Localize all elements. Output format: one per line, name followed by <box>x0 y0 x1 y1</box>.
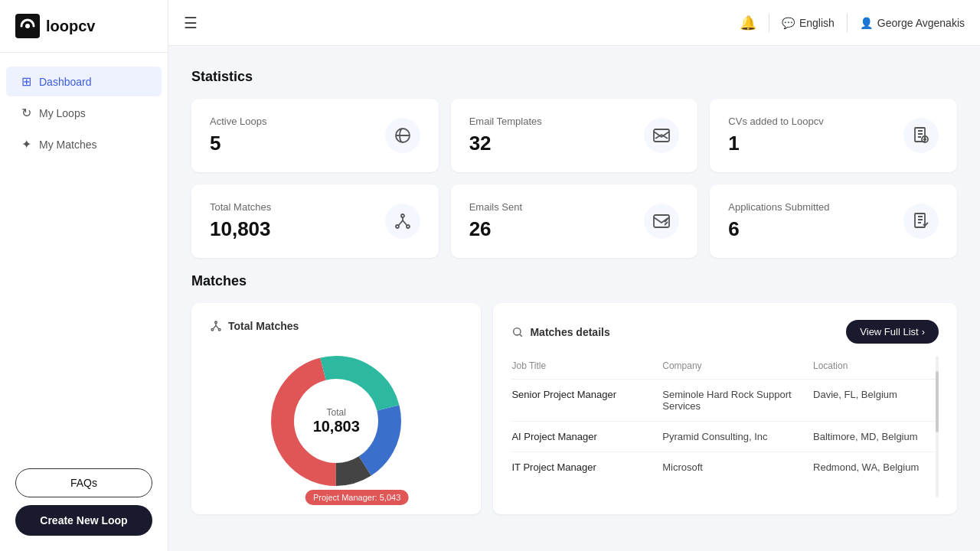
sidebar-bottom: FAQs Create New Loop <box>0 453 168 551</box>
chart-header: Total Matches <box>210 320 462 332</box>
total-matches-icon <box>385 204 420 239</box>
donut-container: Total 10,803 Project Manager: 5,043 <box>210 344 462 497</box>
stat-card-emails-sent: Emails Sent 26 <box>451 184 698 258</box>
stat-info: Total Matches 10,803 <box>210 201 271 241</box>
col-location: Location <box>813 360 939 371</box>
scrollbar-thumb[interactable] <box>936 371 939 432</box>
detail-search-icon <box>511 326 524 338</box>
row-company-0: Seminole Hard Rock Support Services <box>662 389 813 412</box>
logo-icon <box>15 14 40 38</box>
loops-icon: ↻ <box>21 106 31 120</box>
stat-info: Email Templates 32 <box>469 116 542 155</box>
user-menu-button[interactable]: 👤 George Avgenakis <box>860 17 965 29</box>
sidebar: loopcv ⊞ Dashboard ↻ My Loops ✦ My Match… <box>0 0 168 551</box>
stat-info: Applications Submitted 6 <box>728 201 829 241</box>
stat-value-emails-sent: 26 <box>469 217 522 241</box>
stat-label-cvs-added: CVs added to Loopcv <box>728 116 823 127</box>
topbar-left: ☰ <box>184 14 198 32</box>
svg-point-1 <box>25 24 30 28</box>
svg-point-5 <box>401 214 404 217</box>
detail-header-title: Matches details <box>530 326 609 338</box>
sidebar-item-my-matches-label: My Matches <box>39 139 96 151</box>
table-row: IT Project Manager Microsoft Redmond, WA… <box>511 452 939 482</box>
logo-text: loopcv <box>46 18 95 35</box>
row-location-1: Baltimore, MD, Belgium <box>813 431 939 442</box>
stat-info: Emails Sent 26 <box>469 201 522 241</box>
sidebar-item-dashboard[interactable]: ⊞ Dashboard <box>6 67 162 96</box>
row-job-0: Senior Project Manager <box>511 389 662 412</box>
stat-card-total-matches: Total Matches 10,803 <box>191 184 439 258</box>
stat-value-active-loops: 5 <box>210 132 266 155</box>
stat-value-applications-submitted: 6 <box>728 217 829 241</box>
svg-point-7 <box>407 225 410 228</box>
svg-point-10 <box>215 321 217 324</box>
scrollbar-track[interactable] <box>936 356 939 497</box>
col-company: Company <box>662 360 813 371</box>
stats-grid: Active Loops 5 Email Templates 32 <box>191 99 957 258</box>
stat-value-email-templates: 32 <box>469 132 542 155</box>
stat-card-email-templates: Email Templates 32 <box>451 99 698 172</box>
hamburger-icon[interactable]: ☰ <box>184 14 198 32</box>
notification-bell-icon[interactable]: 🔔 <box>740 15 756 31</box>
language-label: English <box>799 17 835 29</box>
language-button[interactable]: 💬 English <box>782 17 835 29</box>
svg-point-12 <box>218 328 220 331</box>
matches-section: Matches Total Matches <box>191 273 957 514</box>
main: ☰ 🔔 💬 English 👤 George Avgenakis Statist… <box>168 0 980 551</box>
stat-value-cvs-added: 1 <box>728 132 823 155</box>
view-full-list-button[interactable]: View Full List › <box>846 320 939 344</box>
row-location-2: Redmond, WA, Belgium <box>813 461 939 473</box>
stat-label-emails-sent: Emails Sent <box>469 201 522 213</box>
sidebar-item-dashboard-label: Dashboard <box>39 76 92 88</box>
chart-title: Total Matches <box>228 320 299 332</box>
table-row: Senior Project Manager Seminole Hard Roc… <box>511 380 939 422</box>
row-company-2: Microsoft <box>662 461 813 473</box>
view-full-list-label: View Full List <box>860 326 918 337</box>
dashboard-icon: ⊞ <box>21 74 31 89</box>
chart-tooltip: Project Manager: 5,043 <box>305 490 408 505</box>
logo: loopcv <box>0 0 168 53</box>
matches-grid: Total Matches <box>191 303 957 514</box>
user-icon: 👤 <box>860 17 873 29</box>
stat-value-total-matches: 10,803 <box>210 217 271 241</box>
chat-icon: 💬 <box>782 17 795 29</box>
stat-label-applications-submitted: Applications Submitted <box>728 201 829 213</box>
topbar-divider-2 <box>847 14 848 32</box>
faqs-button[interactable]: FAQs <box>15 468 152 497</box>
donut-center-value: 10,803 <box>313 418 360 435</box>
stat-info: Active Loops 5 <box>210 116 266 155</box>
table-body: Senior Project Manager Seminole Hard Roc… <box>511 380 939 482</box>
chart-card: Total Matches <box>191 303 481 514</box>
donut-center-label: Total <box>313 407 360 418</box>
topbar: ☰ 🔔 💬 English 👤 George Avgenakis <box>168 0 980 46</box>
matches-detail-card: Matches details View Full List › Job Tit… <box>493 303 957 514</box>
content: Statistics Active Loops 5 Email Template… <box>168 46 980 551</box>
stat-card-cvs-added: CVs added to Loopcv 1 <box>710 99 957 172</box>
row-company-1: Pyramid Consulting, Inc <box>662 431 813 442</box>
table-header: Job Title Company Location <box>511 356 939 380</box>
emails-sent-icon <box>644 204 679 239</box>
row-job-2: IT Project Manager <box>511 461 662 473</box>
chart-matches-icon <box>210 320 222 332</box>
stat-label-email-templates: Email Templates <box>469 116 542 127</box>
detail-header-left: Matches details <box>511 326 609 338</box>
stat-card-applications-submitted: Applications Submitted 6 <box>710 184 957 258</box>
stat-label-total-matches: Total Matches <box>210 201 271 213</box>
svg-point-11 <box>211 328 214 331</box>
chevron-right-icon: › <box>922 326 925 337</box>
topbar-divider <box>769 14 769 32</box>
email-templates-icon <box>644 118 679 153</box>
sidebar-nav: ⊞ Dashboard ↻ My Loops ✦ My Matches <box>0 53 168 453</box>
row-job-1: AI Project Manager <box>511 431 662 442</box>
statistics-section: Statistics Active Loops 5 Email Template… <box>191 69 957 258</box>
sidebar-item-my-loops[interactable]: ↻ My Loops <box>6 98 162 128</box>
svg-rect-8 <box>654 215 669 227</box>
user-name: George Avgenakis <box>877 17 965 29</box>
sidebar-item-my-matches[interactable]: ✦ My Matches <box>6 129 162 159</box>
table-row: AI Project Manager Pyramid Consulting, I… <box>511 422 939 452</box>
topbar-right: 🔔 💬 English 👤 George Avgenakis <box>740 14 965 32</box>
detail-body: Job Title Company Location Senior Projec… <box>511 356 939 497</box>
active-loops-icon <box>385 118 420 153</box>
svg-point-6 <box>396 225 399 228</box>
create-new-loop-button[interactable]: Create New Loop <box>15 505 152 536</box>
